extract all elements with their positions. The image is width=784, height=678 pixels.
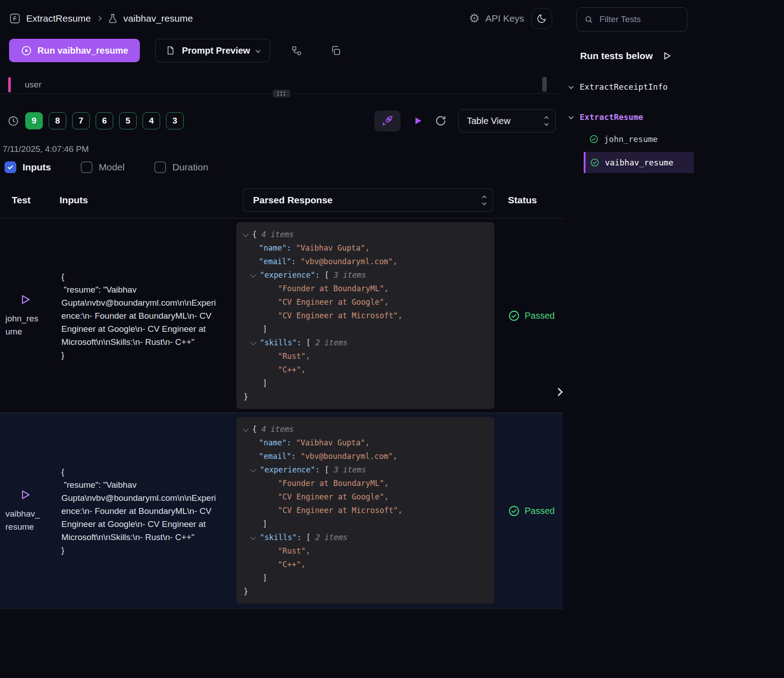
run-test-button[interactable]: Run vaibhav_resume [9,39,140,62]
run-button-label: Run vaibhav_resume [37,46,128,56]
expand-panel-button[interactable] [556,389,562,397]
sidebar-test-john-resume[interactable]: john_resume [589,134,784,144]
status-badge: Passed [525,506,555,516]
history-clock-icon [7,115,19,127]
gear-icon: ⚙ [469,13,480,25]
test-cell: vaibhav_resume [0,413,51,609]
parsed-response-json: { 4 items "name": "Vaibhav Gupta", "emai… [236,417,494,604]
parsed-response-json: { 4 items "name": "Vaibhav Gupta", "emai… [236,222,494,409]
run-badge-5[interactable]: 5 [119,112,137,129]
breadcrumb-current: vaibhav_resume [124,13,193,24]
checkbox-inputs[interactable]: Inputs [5,161,51,173]
prompt-role-label: user [25,80,42,90]
workflow-nodes-button[interactable] [291,45,302,56]
test-name: vaibhav_resume [5,507,42,533]
copy-button[interactable] [330,45,341,56]
main-content: ExtractResume vaibhav_resume ⚙ API Keys [0,0,563,678]
run-badge-6[interactable]: 6 [96,112,113,129]
checkbox-model-label: Model [99,162,125,173]
top-bar-right: ⚙ API Keys [469,8,552,29]
checkbox-duration-label: Duration [172,162,208,173]
run-badge-3[interactable]: 3 [166,112,184,129]
check-circle-icon [508,505,520,517]
play-icon [412,115,423,126]
collapse-toggle-icon[interactable] [250,272,256,278]
collapse-toggle-icon[interactable] [243,231,249,237]
status-cell: Passed [496,219,563,412]
filter-placeholder: Filter Tests [600,14,641,24]
tests-sidebar: Filter Tests Run tests below ExtractRece… [563,0,784,678]
top-bar: ExtractResume vaibhav_resume ⚙ API Keys [0,0,563,29]
chevron-down-icon [568,114,573,119]
breadcrumb-root[interactable]: ExtractResume [26,13,91,24]
header-test: Test [0,195,51,206]
filter-tests-input[interactable]: Filter Tests [576,7,687,32]
header-inputs: Inputs [51,195,236,206]
rocket-icon [382,115,393,127]
run-badge-4[interactable]: 4 [143,112,160,129]
run-tests-label: Run tests below [580,50,653,61]
sidebar-test-name: vaibhav_resume [605,158,673,167]
test-cell: john_resume [0,219,51,412]
run-bar-controls: Table View [374,109,556,133]
run-badge-7[interactable]: 7 [72,112,90,129]
run-badge-9[interactable]: 9 [25,112,43,129]
prompt-role-strip: user [0,76,563,94]
run-history: 9 8 7 6 5 4 3 [7,112,184,129]
horizontal-scrollbar-thumb[interactable] [542,77,547,92]
parsed-response-cell: { 4 items "name": "Vaibhav Gupta", "emai… [236,413,496,609]
chevron-right-icon [554,388,563,396]
play-circle-icon [21,45,32,56]
sidebar-test-vaibhav-resume[interactable]: vaibhav_resume [584,152,694,173]
check-circle-icon [508,310,520,322]
panel-resize-handle[interactable] [273,90,290,97]
status-cell: Passed [496,413,563,609]
refresh-button[interactable] [435,115,447,127]
select-chevrons-icon [545,117,548,125]
run-single-test-button[interactable] [19,293,31,306]
status-badge: Passed [525,311,555,321]
group-extract-resume[interactable]: ExtractResume [569,112,784,122]
parsed-response-cell: { 4 items "name": "Vaibhav Gupta", "emai… [236,219,496,412]
parsed-response-label: Parsed Response [253,195,332,206]
breadcrumb: ExtractResume vaibhav_resume [9,13,193,24]
search-icon [584,15,594,24]
input-json-text: { "resume": "Vaibhav Gupta\nvbv@boundary… [61,465,220,557]
collapse-toggle-icon[interactable] [243,426,249,432]
prompt-preview-dropdown[interactable]: Prompt Preview [155,39,270,62]
checkbox-model[interactable]: Model [81,161,125,173]
play-outline-icon [662,51,672,61]
theme-toggle-button[interactable] [531,8,552,29]
refresh-icon [435,115,447,127]
file-icon [166,46,175,55]
run-single-test-button[interactable] [19,489,31,501]
deploy-button[interactable] [374,110,401,132]
inputs-cell: { "resume": "Vaibhav Gupta\nvbv@boundary… [51,413,236,609]
unchecked-checkbox-icon [154,161,166,173]
select-chevrons-icon [483,196,486,205]
collapse-toggle-icon[interactable] [250,467,256,472]
group-name: ExtractReceiptInfo [580,82,668,92]
breadcrumb-separator-icon [97,16,101,21]
run-all-button[interactable] [412,115,423,126]
table-row-vaibhav-resume: vaibhav_resume { "resume": "Vaibhav Gupt… [0,413,563,609]
workflow-icon [291,45,302,56]
view-mode-select[interactable]: Table View [458,109,556,133]
check-circle-icon [589,134,599,144]
collapse-toggle-icon[interactable] [250,339,256,345]
function-icon [9,13,21,24]
checkbox-inputs-label: Inputs [23,162,51,173]
column-filters: Inputs Model Duration [5,161,563,173]
collapse-toggle-icon[interactable] [250,534,256,540]
chevron-down-icon [256,48,261,53]
run-tests-below-button[interactable]: Run tests below [580,50,672,61]
group-extract-receipt-info[interactable]: ExtractReceiptInfo [569,82,784,92]
checkbox-duration[interactable]: Duration [154,161,208,173]
run-badge-8[interactable]: 8 [49,112,66,129]
actions-row: Run vaibhav_resume Prompt Preview [9,39,563,62]
check-circle-icon [590,158,600,167]
parsed-response-column-select[interactable]: Parsed Response [243,188,493,212]
table-row-john-resume: john_resume { "resume": "Vaibhav Gupta\n… [0,219,563,413]
api-keys-button[interactable]: ⚙ API Keys [469,13,524,25]
history-button[interactable] [7,115,19,127]
